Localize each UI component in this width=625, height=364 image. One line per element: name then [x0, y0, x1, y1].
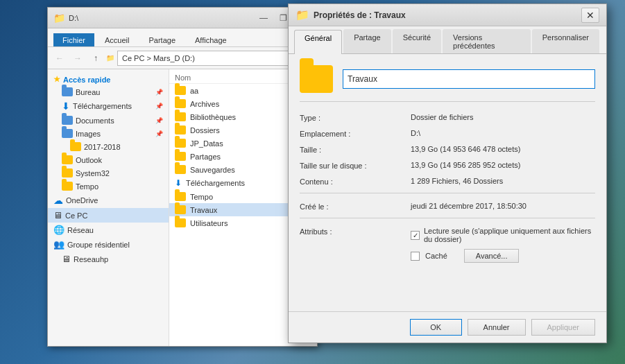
folder-icon-travaux — [175, 205, 186, 214]
explorer-titlebar: 📁 D:\ — ❐ ✕ — [48, 8, 317, 28]
sidebar-item-reseauhp[interactable]: 🖥 Reseauhp — [48, 252, 169, 266]
props-row-taille: Taille : 13,9 Go (14 953 646 478 octets) — [300, 145, 595, 154]
props-tab-partage[interactable]: Partage — [343, 29, 391, 53]
readonly-checkbox[interactable] — [411, 231, 420, 240]
props-divider1 — [300, 193, 595, 193]
group-icon: 👥 — [53, 239, 65, 250]
network-icon: 🌐 — [53, 225, 65, 235]
pin-icon-bureau: 📌 — [155, 89, 163, 96]
explorer-window: 📁 D:\ — ❐ ✕ Fichier Accueil Partage Affi… — [47, 7, 318, 347]
address-bar: ← → ↑ 📁 Ce PC > Mars_D (D:) — [48, 47, 317, 69]
sidebar-label-telechargements: Téléchargements — [73, 102, 132, 110]
folder-icon-bureau — [62, 87, 73, 96]
sidebar-label-reseauhp: Reseauhp — [74, 255, 108, 263]
sidebar-item-reseau[interactable]: 🌐 Réseau — [48, 223, 169, 237]
sidebar-item-tempo[interactable]: Tempo — [48, 180, 169, 193]
sidebar-label-bureau: Bureau — [76, 88, 100, 96]
props-tab-personnaliser[interactable]: Personnaliser — [532, 29, 599, 53]
props-tab-general[interactable]: Général — [294, 30, 342, 54]
sidebar-item-onedrive[interactable]: ☁ OneDrive — [48, 193, 169, 208]
up-button[interactable]: ↑ — [88, 51, 103, 66]
sidebar-item-images[interactable]: Images 📌 — [48, 127, 169, 140]
forward-button[interactable]: → — [70, 51, 85, 66]
contenu-value: 1 289 Fichiers, 46 Dossiers — [411, 177, 595, 185]
avance-button[interactable]: Avancé... — [464, 249, 520, 263]
props-row-emplacement: Emplacement : D:\ — [300, 129, 595, 138]
sidebar-label-outlook: Outlook — [76, 156, 102, 164]
sidebar-label-tempo: Tempo — [76, 182, 99, 191]
hidden-checkbox[interactable] — [411, 252, 420, 261]
pin-icon-images: 📌 — [155, 130, 163, 137]
address-path[interactable]: Ce PC > Mars_D (D:) — [117, 51, 313, 66]
props-header — [300, 65, 595, 102]
file-label-aa: aa — [190, 87, 198, 95]
cloud-icon: ☁ — [53, 195, 63, 206]
taille-value: 13,9 Go (14 953 646 478 octets) — [411, 145, 595, 153]
file-label-tempo: Tempo — [190, 193, 213, 201]
props-row-cree: Créé le : jeudi 21 décembre 2017, 18:50:… — [300, 202, 595, 211]
file-label-sauvegardes: Sauvegardes — [190, 166, 235, 174]
separator-icon: 📁 — [106, 54, 114, 62]
sidebar-item-outlook[interactable]: Outlook — [48, 153, 169, 166]
download-icon: ⬇ — [62, 101, 70, 112]
tab-fichier[interactable]: Fichier — [53, 33, 94, 46]
explorer-title-icon: 📁 — [53, 12, 65, 24]
props-content: Type : Dossier de fichiers Emplacement :… — [289, 54, 606, 311]
cree-label: Créé le : — [300, 202, 411, 211]
folder-icon-dossiers — [175, 125, 186, 135]
contenu-label: Contenu : — [300, 177, 411, 186]
attributs-label: Attributs : — [300, 227, 411, 236]
file-label-dossiers: Dossiers — [190, 126, 220, 135]
quick-access-label: Accès rapide — [63, 76, 110, 84]
file-label-utilisateurs: Utilisateurs — [190, 219, 228, 227]
folder-icon-biblio — [175, 112, 186, 121]
tab-accueil[interactable]: Accueil — [96, 33, 138, 46]
props-title-icon: 📁 — [296, 8, 309, 21]
hidden-label: Caché — [425, 252, 447, 260]
sidebar-item-system32[interactable]: System32 — [48, 166, 169, 180]
folder-icon-utilisateurs — [175, 218, 186, 227]
emplacement-label: Emplacement : — [300, 129, 411, 138]
file-label-archives: Archives — [190, 100, 219, 108]
tab-affichage[interactable]: Affichage — [186, 33, 236, 46]
pin-icon-dl: 📌 — [155, 103, 163, 110]
sidebar-item-cepc[interactable]: 🖥 Ce PC — [48, 208, 169, 223]
cancel-button[interactable]: Annuler — [468, 319, 526, 336]
computer-icon: 🖥 — [53, 210, 62, 220]
folder-icon-jpdatas — [175, 139, 186, 148]
props-close-button[interactable]: ✕ — [581, 8, 599, 23]
folder-icon-images — [62, 129, 73, 138]
sidebar-label-documents: Documents — [76, 116, 114, 125]
folder-name-input[interactable] — [343, 69, 595, 89]
type-label: Type : — [300, 113, 411, 122]
hidden-row: Caché Avancé... — [411, 249, 595, 263]
sidebar-label-onedrive: OneDrive — [66, 196, 98, 205]
sidebar-item-2017[interactable]: 2017-2018 — [48, 140, 169, 153]
sidebar-item-documents[interactable]: Documents 📌 — [48, 114, 169, 127]
attributes-content: Lecture seule (s'applique uniquement aux… — [411, 227, 595, 263]
back-button[interactable]: ← — [52, 51, 67, 66]
network2-icon: 🖥 — [62, 254, 71, 264]
sidebar-item-telechargements[interactable]: ⬇ Téléchargements 📌 — [48, 98, 169, 114]
quick-access-header[interactable]: ★ Accès rapide — [48, 72, 169, 85]
minimize-button[interactable]: — — [255, 11, 273, 25]
file-label-telechargements: Téléchargements — [186, 179, 245, 187]
file-label-travaux: Travaux — [190, 206, 217, 214]
taille-disque-label: Taille sur le disque : — [300, 161, 411, 170]
folder-icon-archives — [175, 99, 186, 108]
ribbon: Fichier Accueil Partage Affichage — [48, 28, 317, 47]
file-label-bibliotheques: Bibliothèques — [190, 113, 236, 121]
sidebar-item-bureau[interactable]: Bureau 📌 — [48, 85, 169, 98]
sidebar: ★ Accès rapide Bureau 📌 ⬇ Téléchargement… — [48, 69, 169, 346]
sidebar-label-groupe: Groupe résidentiel — [67, 241, 130, 249]
folder-icon-tempo — [62, 182, 73, 191]
props-tab-securite[interactable]: Sécurité — [393, 29, 441, 53]
sidebar-label-images: Images — [76, 130, 101, 138]
tab-partage[interactable]: Partage — [139, 33, 185, 46]
props-title-text: Propriétés de : Travaux — [314, 10, 577, 20]
props-tab-versions[interactable]: Versions précédentes — [443, 29, 531, 53]
ok-button[interactable]: OK — [410, 319, 462, 336]
apply-button[interactable]: Appliquer — [531, 319, 595, 336]
props-row-attributs: Attributs : Lecture seule (s'applique un… — [300, 227, 595, 263]
sidebar-item-groupe[interactable]: 👥 Groupe résidentiel — [48, 237, 169, 252]
